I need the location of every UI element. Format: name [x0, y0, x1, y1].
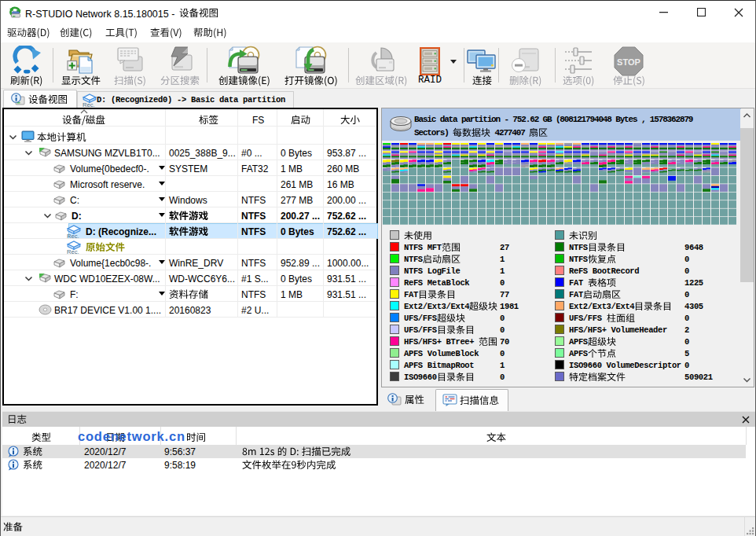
svg-text:STOP: STOP: [617, 57, 640, 67]
svg-text:Rec.: Rec.: [67, 248, 79, 254]
svg-text:Rec.: Rec.: [83, 101, 95, 107]
svg-text:Rec.: Rec.: [67, 233, 79, 238]
